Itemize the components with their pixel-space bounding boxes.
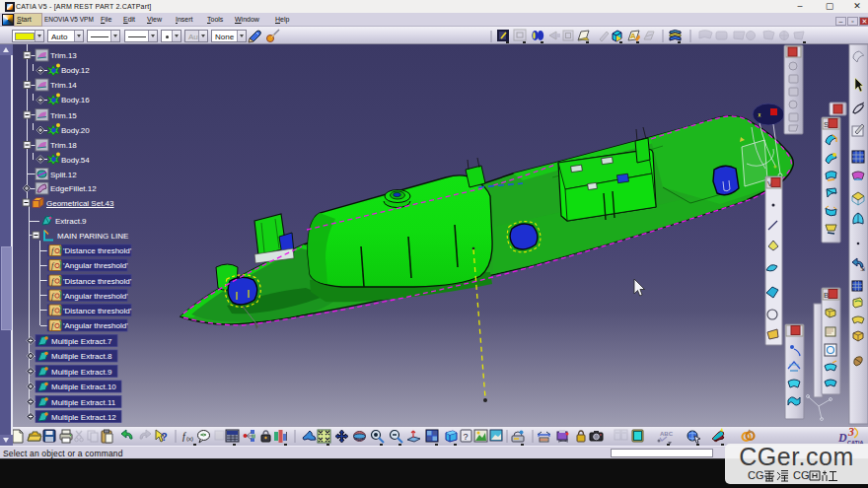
svg-text:(x): (x) bbox=[186, 436, 193, 442]
svg-text:A: A bbox=[630, 32, 636, 40]
svg-text:⇲: ⇲ bbox=[860, 266, 865, 272]
svg-text:?: ? bbox=[464, 432, 469, 442]
svg-text:CG: CG bbox=[793, 469, 810, 481]
svg-text:CG: CG bbox=[748, 469, 764, 481]
svg-text:ABC: ABC bbox=[660, 431, 674, 437]
